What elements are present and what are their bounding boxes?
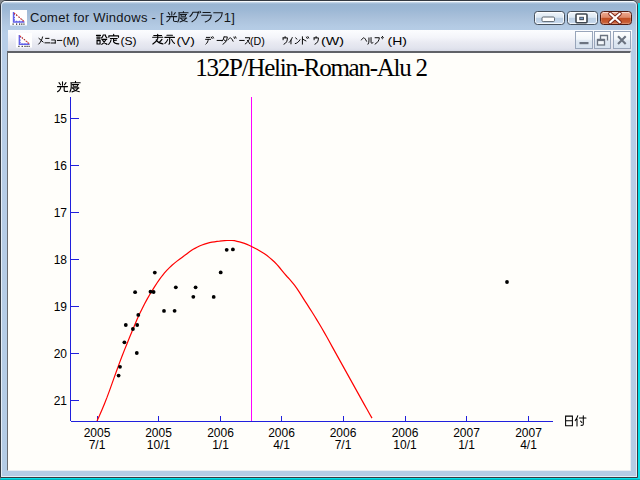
svg-text:(S): (S)	[121, 35, 137, 47]
svg-text:7/1: 7/1	[335, 438, 352, 452]
svg-text:10/1: 10/1	[147, 438, 171, 452]
svg-text:7/1: 7/1	[89, 438, 106, 452]
svg-text:(W): (W)	[321, 35, 344, 47]
svg-text:21: 21	[54, 394, 68, 408]
svg-text:10/1: 10/1	[393, 438, 417, 452]
svg-text:15: 15	[54, 112, 68, 126]
svg-text:(H): (H)	[388, 35, 407, 47]
svg-text:4/1: 4/1	[273, 438, 290, 452]
svg-text:16: 16	[54, 159, 68, 173]
svg-text:(D): (D)	[250, 35, 265, 47]
svg-text:1/1: 1/1	[458, 438, 475, 452]
svg-text:(V): (V)	[177, 35, 195, 47]
svg-text:4/1: 4/1	[520, 438, 537, 452]
svg-text:18: 18	[54, 253, 68, 267]
svg-text:20: 20	[54, 347, 68, 361]
svg-text:(M): (M)	[63, 35, 79, 47]
svg-text:17: 17	[54, 206, 68, 220]
svg-text:1/1: 1/1	[212, 438, 229, 452]
svg-text:132P/Helin-Roman-Alu 2: 132P/Helin-Roman-Alu 2	[195, 54, 427, 81]
svg-text:19: 19	[54, 300, 68, 314]
